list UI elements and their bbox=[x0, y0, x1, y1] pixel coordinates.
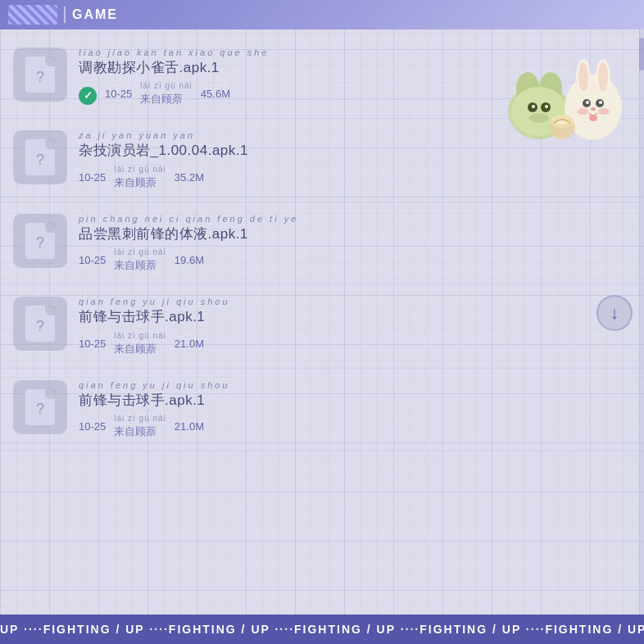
file-item-4[interactable]: ? qian feng yu ji qiu shou 前锋与击球手.apk.1 … bbox=[0, 285, 644, 368]
footer: UP ····FIGHTING / UP ····FIGHTING / UP ·… bbox=[0, 615, 644, 644]
file-meta-5: 10-25 lái zì gù nài 来自顾萘 21.0M bbox=[79, 414, 631, 439]
svg-point-21 bbox=[589, 115, 597, 121]
bunny-sticker bbox=[497, 29, 628, 161]
download-button[interactable]: ↓ bbox=[596, 295, 633, 331]
question-mark-5: ? bbox=[36, 401, 44, 418]
header-divider bbox=[64, 7, 66, 23]
file-source-5: 来自顾萘 bbox=[114, 424, 166, 439]
footer-text-1: UP ····FIGHTING / UP ····FIGHTING / UP ·… bbox=[0, 623, 644, 636]
file-source-wrap-3: lái zì gù nài 来自顾萘 bbox=[114, 247, 166, 273]
svg-point-6 bbox=[532, 105, 535, 108]
file-source-4: 来自顾萘 bbox=[114, 342, 166, 356]
svg-point-20 bbox=[591, 107, 596, 111]
status-check-1 bbox=[79, 87, 97, 105]
file-source-wrap-4: lái zì gù nài 来自顾萘 bbox=[114, 331, 166, 356]
file-doc-icon-5: ? bbox=[25, 389, 55, 425]
file-icon-wrap-4: ? bbox=[13, 297, 67, 351]
download-icon: ↓ bbox=[610, 302, 619, 324]
file-source-label-4: lái zì gù nài bbox=[114, 331, 166, 340]
file-meta-2: 10-25 lái zì gù nài 来自顾萘 35.2M bbox=[79, 165, 631, 190]
file-pinyin-3: pin chang nei ci qian feng de ti ye bbox=[79, 214, 631, 224]
file-source-label-3: lái zì gù nài bbox=[114, 247, 166, 256]
file-date-5: 10-25 bbox=[79, 420, 106, 433]
svg-point-18 bbox=[577, 108, 588, 115]
file-size-2: 35.2M bbox=[175, 171, 204, 184]
file-info-4: qian feng yu ji qiu shou 前锋与击球手.apk.1 10… bbox=[79, 297, 631, 356]
svg-point-19 bbox=[598, 108, 610, 115]
file-date-3: 10-25 bbox=[79, 254, 106, 266]
file-pinyin-4: qian feng yu ji qiu shou bbox=[79, 297, 631, 306]
file-icon-wrap-1: ? bbox=[13, 48, 67, 102]
file-info-5: qian feng yu ji qiu shou 前锋与击球手.apk.1 10… bbox=[79, 380, 631, 439]
question-mark-1: ? bbox=[36, 69, 44, 86]
file-source-wrap-2: lái zì gù nài 来自顾萘 bbox=[114, 165, 166, 190]
file-source-wrap-1: lái zì gù nài 来自顾萘 bbox=[140, 81, 193, 107]
file-icon-wrap-2: ? bbox=[13, 130, 67, 184]
file-item-3[interactable]: ? pin chang nei ci qian feng de ti ye 品尝… bbox=[0, 202, 644, 285]
file-meta-3: 10-25 lái zì gù nài 来自顾萘 19.6M bbox=[79, 247, 631, 273]
file-icon-wrap-5: ? bbox=[13, 380, 67, 434]
file-size-3: 19.6M bbox=[175, 254, 204, 266]
file-date-2: 10-25 bbox=[79, 171, 106, 184]
file-source-label-1: lái zì gù nài bbox=[140, 81, 193, 90]
file-size-4: 21.0M bbox=[175, 338, 204, 350]
file-doc-icon-4: ? bbox=[25, 306, 55, 342]
footer-marquee: UP ····FIGHTING / UP ····FIGHTING / UP ·… bbox=[0, 623, 644, 636]
file-doc-icon-3: ? bbox=[25, 223, 55, 259]
svg-point-13 bbox=[598, 62, 608, 92]
file-source-label-2: lái zì gù nài bbox=[114, 165, 166, 174]
file-source-2: 来自顾萘 bbox=[114, 175, 166, 190]
svg-point-16 bbox=[586, 101, 589, 104]
header-stripes-icon bbox=[8, 5, 57, 25]
file-meta-4: 10-25 lái zì gù nài 来自顾萘 21.0M bbox=[79, 331, 631, 356]
file-info-3: pin chang nei ci qian feng de ti ye 品尝黑刺… bbox=[79, 214, 631, 273]
svg-point-12 bbox=[578, 62, 588, 92]
question-mark-3: ? bbox=[36, 234, 44, 252]
file-pinyin-5: qian feng yu ji qiu shou bbox=[79, 380, 631, 390]
file-icon-wrap-3: ? bbox=[13, 214, 67, 268]
question-mark-2: ? bbox=[36, 152, 44, 169]
svg-point-8 bbox=[529, 113, 549, 123]
file-size-1: 45.6M bbox=[201, 88, 230, 100]
file-source-label-5: lái zì gù nài bbox=[114, 414, 166, 423]
svg-point-7 bbox=[545, 105, 548, 108]
file-doc-icon-1: ? bbox=[25, 57, 55, 93]
file-item-5[interactable]: ? qian feng yu ji qiu shou 前锋与击球手.apk.1 … bbox=[0, 369, 644, 451]
file-source-3: 来自顾萘 bbox=[114, 258, 166, 273]
file-name-5: 前锋与击球手.apk.1 bbox=[79, 392, 631, 409]
scroll-thumb[interactable] bbox=[639, 38, 644, 70]
file-name-3: 品尝黑刺前锋的体液.apk.1 bbox=[79, 226, 631, 243]
header: GAME bbox=[0, 0, 644, 29]
file-name-4: 前锋与击球手.apk.1 bbox=[79, 309, 631, 325]
file-source-wrap-5: lái zì gù nài 来自顾萘 bbox=[114, 414, 166, 439]
question-mark-4: ? bbox=[36, 318, 44, 335]
header-title: GAME bbox=[72, 7, 118, 22]
file-date-1: 10-25 bbox=[105, 88, 132, 100]
file-date-4: 10-25 bbox=[79, 338, 106, 350]
scroll-track bbox=[639, 29, 644, 615]
file-source-1: 来自顾萘 bbox=[140, 92, 193, 107]
file-size-5: 21.0M bbox=[175, 420, 204, 433]
svg-point-17 bbox=[599, 101, 602, 104]
file-doc-icon-2: ? bbox=[25, 139, 55, 175]
